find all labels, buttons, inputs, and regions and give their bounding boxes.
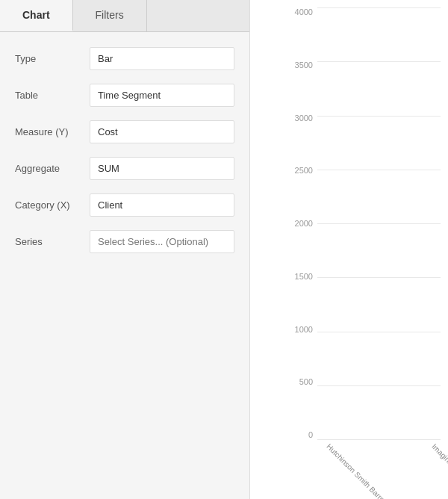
tab-bar: Chart Filters — [0, 0, 249, 32]
tab-filters[interactable]: Filters — [73, 0, 147, 31]
aggregate-input[interactable] — [90, 157, 234, 180]
measure-input[interactable] — [90, 120, 234, 143]
measure-row: Measure (Y) — [15, 120, 234, 143]
type-row: Type — [15, 47, 234, 70]
series-label: Series — [15, 236, 82, 247]
category-label: Category (X) — [15, 199, 82, 211]
y-label: 1500 — [295, 272, 313, 281]
x-axis: Hutchinson Smith BarrowImagination CoPac… — [317, 439, 441, 492]
measure-label: Measure (Y) — [15, 126, 82, 137]
y-label: 4000 — [295, 7, 313, 16]
category-row: Category (X) — [15, 193, 234, 217]
left-panel: Chart Filters Type Table Measure (Y) Agg… — [0, 0, 250, 499]
y-label: 3500 — [295, 61, 313, 69]
category-input[interactable] — [90, 193, 234, 217]
table-input[interactable] — [90, 84, 234, 107]
type-input[interactable] — [90, 47, 234, 70]
y-axis: 40003500300025002000150010005000 — [287, 7, 317, 439]
bars-container — [317, 7, 441, 439]
tab-chart[interactable]: Chart — [0, 0, 73, 31]
right-panel: 40003500300025002000150010005000 Hutchin… — [250, 0, 448, 499]
x-label: Imagination Co — [430, 442, 448, 483]
chart-inner — [317, 7, 441, 439]
type-label: Type — [15, 53, 82, 64]
x-label: Hutchinson Smith Barrow — [325, 442, 391, 499]
y-label: 2500 — [295, 166, 313, 175]
y-label: 500 — [299, 377, 313, 386]
y-label: 3000 — [295, 114, 313, 123]
aggregate-label: Aggregate — [15, 163, 82, 174]
y-label: 2000 — [295, 219, 313, 228]
x-label-wrap: Hutchinson Smith Barrow — [325, 442, 415, 450]
y-label: 1000 — [295, 325, 313, 334]
table-label: Table — [15, 90, 82, 101]
aggregate-row: Aggregate — [15, 157, 234, 180]
y-label: 0 — [308, 430, 313, 439]
form-area: Type Table Measure (Y) Aggregate Categor… — [0, 32, 249, 268]
table-row: Table — [15, 84, 234, 107]
series-input[interactable] — [90, 230, 234, 253]
series-row: Series — [15, 230, 234, 253]
chart-area: 40003500300025002000150010005000 Hutchin… — [287, 7, 441, 439]
x-label-wrap: Imagination Co — [430, 442, 448, 450]
